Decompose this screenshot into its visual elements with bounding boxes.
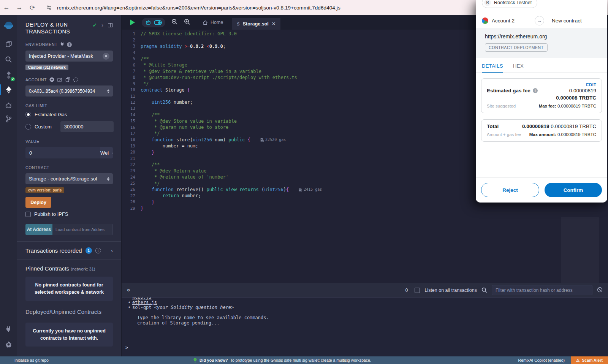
solidity-file-icon: S — [237, 22, 239, 26]
editor-scrollbar[interactable] — [561, 217, 599, 283]
tx-type-badge: CONTRACT DEPLOYMENT — [485, 43, 548, 52]
sign-message-icon[interactable] — [57, 77, 62, 82]
gas-info-icon[interactable]: i — [533, 88, 538, 93]
gas-fee-label: Estimated gas fee i — [487, 88, 538, 93]
value-input[interactable] — [25, 147, 100, 158]
account-select[interactable]: 0xA03...85ac4 (0.398673504934 — [25, 85, 113, 97]
custom-gas-input[interactable] — [60, 121, 114, 132]
total-card: Total 0.00000819 0.00000819 TRBTC Amount… — [481, 119, 602, 142]
zoom-in-icon[interactable] — [184, 19, 190, 27]
site-suggested-label: Site suggested — [487, 104, 516, 108]
contract-label: CONTRACT — [25, 165, 113, 170]
account-select-caret-icon — [107, 89, 109, 93]
pin-panel-icon[interactable] — [108, 23, 113, 27]
gas-estimate-annotation: 2415 gas — [299, 187, 322, 191]
pinned-contracts-title: Pinned Contracts (network: 31) — [17, 260, 121, 272]
confirm-button[interactable]: Confirm — [545, 183, 602, 197]
line-number: 6 — [122, 63, 141, 68]
deploy-run-icon[interactable] — [0, 83, 17, 97]
add-account-icon[interactable] — [49, 77, 54, 82]
unpinned-contracts-title: Deployed/Unpinned Contracts — [17, 301, 121, 315]
from-account: Account 2 — [492, 18, 515, 24]
ai-copilot-toggle[interactable] — [142, 18, 165, 27]
from-to-row: Account 2 → New contract — [476, 8, 607, 28]
terminal-line — [126, 310, 608, 316]
plugin-manager-icon[interactable] — [0, 322, 17, 336]
terminal-toolbar: « 0 Listen on all transactions — [122, 283, 608, 298]
to-account: New contract — [552, 18, 582, 24]
line-number: 3 — [122, 44, 141, 49]
solidity-compiler-icon[interactable]: ✓ — [0, 68, 17, 82]
environment-select-caret-icon — [103, 53, 109, 60]
plug-icon[interactable] — [60, 42, 64, 47]
tab-hex[interactable]: HEX — [513, 63, 524, 73]
value-label: VALUE — [25, 139, 113, 144]
transactions-recorded-row[interactable]: Transactions recorded 1 i › — [17, 242, 121, 260]
copilot-status[interactable]: RemixAI Copilot (enabled) — [518, 358, 565, 362]
network-pill[interactable]: R Rootstock Testnet — [482, 0, 537, 8]
transactions-count-badge: 1 — [86, 247, 92, 254]
tab-details[interactable]: DETAILS — [482, 63, 503, 73]
listen-all-label: Listen on all transactions — [424, 288, 477, 293]
close-tab-icon[interactable]: ✕ — [272, 21, 276, 27]
terminal-search-icon[interactable] — [481, 287, 487, 293]
forward-icon[interactable]: → — [13, 4, 26, 11]
estimated-gas-radio[interactable] — [25, 112, 31, 117]
terminal-prompt[interactable]: > — [125, 345, 128, 350]
site-settings-icon[interactable] — [44, 3, 54, 13]
at-address-input[interactable] — [52, 224, 113, 235]
transactions-chevron-icon[interactable]: › — [111, 247, 113, 254]
debugger-icon[interactable] — [0, 98, 17, 112]
zoom-out-icon[interactable] — [171, 19, 178, 27]
search-icon[interactable] — [0, 52, 17, 66]
line-number: 17 — [122, 131, 141, 136]
git-init-button[interactable]: Initialize as git repo — [14, 358, 49, 362]
back-icon[interactable]: ← — [0, 4, 13, 11]
network-badge: Custom (31) network — [25, 65, 68, 70]
reload-icon[interactable]: ⟳ — [26, 4, 39, 12]
value-unit-select[interactable]: Wei — [100, 147, 113, 158]
panel-expand-icon[interactable]: › — [101, 22, 103, 28]
settings-gear-icon[interactable] — [0, 337, 17, 351]
environment-label: ENVIRONMENT i — [25, 42, 113, 47]
gas-estimate-annotation: 22520 gas — [260, 138, 286, 142]
listen-all-checkbox[interactable] — [415, 288, 420, 293]
run-script-icon[interactable] — [130, 19, 135, 25]
library-link[interactable]: ethers.js — [132, 300, 157, 305]
publish-ipfs-checkbox[interactable] — [25, 212, 31, 217]
environment-info-icon[interactable]: i — [67, 42, 72, 47]
git-icon[interactable] — [0, 112, 17, 126]
remix-logo-icon[interactable] — [0, 19, 17, 33]
url-bar[interactable]: remix.ethereum.org/#lang=en&optimize=fal… — [57, 5, 340, 11]
gas-fee-card: EDIT Estimated gas fee i 0.00000819 0.00… — [481, 78, 602, 113]
contract-select[interactable]: Storage - contracts/Storage.sol — [25, 173, 113, 184]
at-address-button[interactable]: At Address — [25, 224, 52, 235]
max-amount: Max amount: 0.00000819 TRBTC — [529, 132, 596, 137]
environment-select[interactable]: Injected Provider - MetaMask — [25, 51, 113, 62]
account-label: ACCOUNT — [25, 77, 113, 82]
terminal-output[interactable]: •web3.js•ethers.js•sol-gpt <your Solidit… — [122, 298, 608, 356]
edit-gas-link[interactable]: EDIT — [487, 82, 596, 87]
did-you-know-tip: Did you know? To prototype using the Gno… — [193, 358, 371, 363]
copy-address-icon[interactable] — [65, 77, 70, 82]
tab-storage-sol[interactable]: S Storage.sol ✕ — [232, 18, 280, 30]
deploy-button[interactable]: Deploy — [25, 197, 51, 208]
transaction-count: 0 — [405, 288, 408, 293]
terminal-collapse-icon[interactable]: « — [125, 288, 131, 291]
line-number: 29 — [122, 206, 141, 211]
line-number: 10 — [122, 87, 141, 92]
code-line[interactable]: 29} — [122, 205, 608, 211]
line-number: 9 — [122, 81, 141, 86]
file-explorer-icon[interactable] — [0, 37, 17, 51]
line-number: 11 — [122, 94, 141, 99]
scam-alert-button[interactable]: ⚠ Scam Alert — [571, 356, 608, 364]
contract-select-caret-icon — [107, 177, 109, 181]
transaction-filter-input[interactable] — [492, 285, 592, 295]
custom-gas-radio[interactable] — [25, 124, 31, 130]
tab-home[interactable]: Home — [199, 20, 227, 25]
estimated-gas-label: Estimated Gas — [35, 112, 67, 117]
line-number: 19 — [122, 144, 141, 149]
transactions-info-icon[interactable]: i — [95, 248, 101, 253]
clear-console-icon[interactable] — [597, 287, 603, 294]
reject-button[interactable]: Reject — [481, 183, 539, 197]
